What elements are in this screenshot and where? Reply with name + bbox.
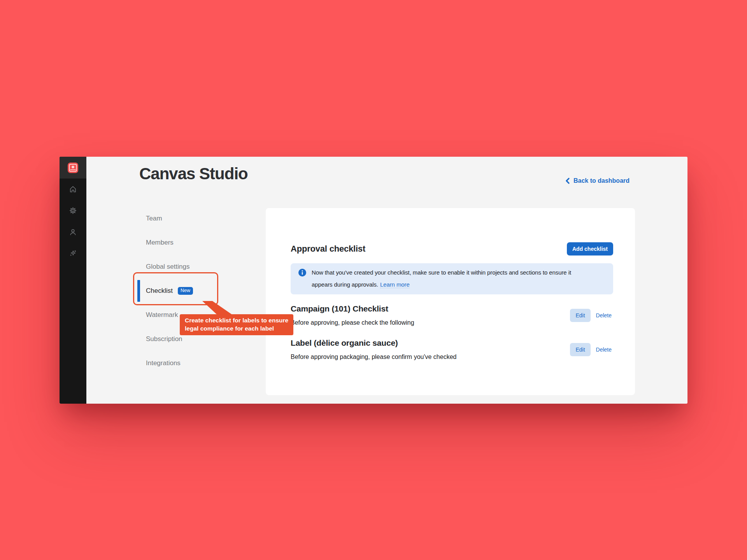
edit-button[interactable]: Edit xyxy=(570,343,590,356)
settings-nav: Team Members Global settings Checklist N… xyxy=(146,206,259,375)
ai-sparkles-icon[interactable] xyxy=(69,249,77,257)
nav-item-integrations[interactable]: Integrations xyxy=(146,351,259,375)
info-banner: Now that you've created your checklist, … xyxy=(291,263,613,294)
nav-item-team[interactable]: Team xyxy=(146,206,259,231)
nav-item-label: Integrations xyxy=(146,359,181,367)
profile-icon[interactable] xyxy=(69,228,77,236)
back-link-label: Back to dashboard xyxy=(573,177,630,184)
page-title: Canvas Studio xyxy=(139,164,248,183)
section-info: Campaign (101) Checklist Before approvin… xyxy=(291,304,414,327)
app-logo[interactable] xyxy=(68,163,78,173)
section-description: Before approving, please check the follo… xyxy=(291,318,414,327)
canvas-studio-window: Canvas Studio Back to dashboard Team Mem… xyxy=(60,157,687,404)
nav-item-label: Subscription xyxy=(146,335,182,343)
approval-checklist-card: Approval checklist Add checklist Now tha… xyxy=(266,208,635,395)
settings-gear-icon[interactable] xyxy=(69,206,77,215)
back-to-dashboard-link[interactable]: Back to dashboard xyxy=(565,177,630,184)
home-icon[interactable] xyxy=(69,185,77,193)
banner-line-2-text: appears during approvals. xyxy=(312,281,378,288)
nav-item-label: Watermark xyxy=(146,311,178,319)
icon-sidebar xyxy=(60,157,86,404)
section-title: Label (dèlice organic sauce) xyxy=(291,338,456,348)
new-badge: New xyxy=(178,287,193,295)
section-title: Campaign (101) Checklist xyxy=(291,304,414,314)
delete-button[interactable]: Delete xyxy=(594,309,613,322)
nav-item-label: Global settings xyxy=(146,263,189,271)
logo-tile xyxy=(60,157,86,178)
edit-button[interactable]: Edit xyxy=(570,309,590,322)
nav-item-checklist[interactable]: Checklist New xyxy=(146,279,259,303)
tooltip-line-2: legal compliance for each label xyxy=(185,324,288,332)
annotation-tooltip: Create checklist for labels to ensure le… xyxy=(180,314,293,335)
banner-line-1: Now that you've created your checklist, … xyxy=(312,266,571,278)
nav-item-global-settings[interactable]: Global settings xyxy=(146,255,259,279)
nav-item-members[interactable]: Members xyxy=(146,231,259,255)
checklist-section-label: Label (dèlice organic sauce) Before appr… xyxy=(291,338,613,361)
add-checklist-button[interactable]: Add checklist xyxy=(567,242,613,256)
nav-item-label: Team xyxy=(146,215,162,222)
asterisk-card-icon xyxy=(68,163,78,173)
active-indicator-bar xyxy=(137,280,140,302)
delete-button[interactable]: Delete xyxy=(594,343,613,356)
section-description: Before approving packaging, please confi… xyxy=(291,353,456,361)
section-info: Label (dèlice organic sauce) Before appr… xyxy=(291,338,456,361)
tooltip-line-1: Create checklist for labels to ensure xyxy=(185,316,288,324)
learn-more-link[interactable]: Learn more xyxy=(380,281,410,288)
banner-line-2: appears during approvals.Learn more xyxy=(312,278,571,290)
info-icon xyxy=(298,269,306,276)
card-heading: Approval checklist xyxy=(291,244,365,254)
nav-item-label: Checklist xyxy=(146,287,173,295)
checklist-section-campaign: Campaign (101) Checklist Before approvin… xyxy=(291,304,613,327)
banner-text: Now that you've created your checklist, … xyxy=(312,266,571,290)
chevron-left-icon xyxy=(565,178,570,184)
nav-item-label: Members xyxy=(146,239,174,247)
